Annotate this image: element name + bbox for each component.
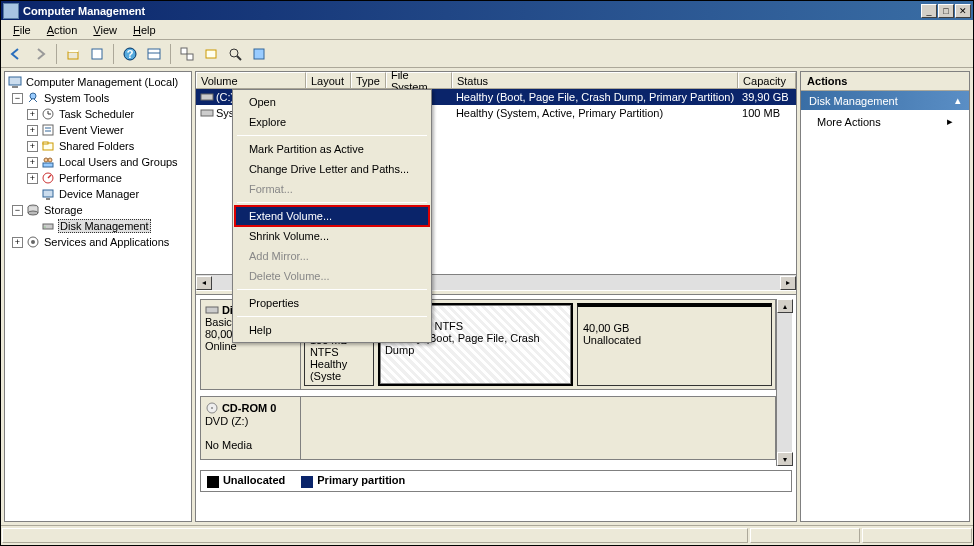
- toolbar-icon-2[interactable]: [176, 43, 198, 65]
- cdrom-0[interactable]: CD-ROM 0 DVD (Z:) No Media: [200, 396, 776, 460]
- tree-pane[interactable]: Computer Management (Local) − System Too…: [4, 71, 192, 522]
- col-type[interactable]: Type: [351, 72, 386, 88]
- properties-button[interactable]: [86, 43, 108, 65]
- ctx-properties[interactable]: Properties: [235, 293, 429, 313]
- ctx-mark-active[interactable]: Mark Partition as Active: [235, 139, 429, 159]
- tree-systools[interactable]: − System Tools: [7, 90, 189, 106]
- tree-label: System Tools: [43, 92, 110, 104]
- menu-action[interactable]: Action: [39, 22, 86, 38]
- tree-performance[interactable]: + Performance: [7, 170, 189, 186]
- menu-bar: File Action View Help: [1, 20, 973, 40]
- ctx-explore[interactable]: Explore: [235, 112, 429, 132]
- ctx-shrink-volume[interactable]: Shrink Volume...: [235, 226, 429, 246]
- tree-label: Services and Applications: [43, 236, 170, 248]
- svg-line-10: [237, 56, 241, 60]
- tree-sharedfolders[interactable]: + Shared Folders: [7, 138, 189, 154]
- svg-rect-40: [201, 110, 213, 116]
- tree-label: Event Viewer: [58, 124, 125, 136]
- svg-point-43: [211, 407, 213, 409]
- ctx-change-letter[interactable]: Change Drive Letter and Paths...: [235, 159, 429, 179]
- col-volume[interactable]: Volume: [196, 72, 306, 88]
- maximize-button[interactable]: □: [938, 4, 954, 18]
- svg-rect-1: [92, 49, 102, 59]
- forward-button[interactable]: [29, 43, 51, 65]
- svg-point-24: [48, 158, 52, 162]
- scroll-down-icon[interactable]: ▾: [777, 452, 793, 466]
- tree-storage[interactable]: − Storage: [7, 202, 189, 218]
- menu-view[interactable]: View: [85, 22, 125, 38]
- svg-rect-35: [43, 224, 53, 229]
- clock-icon: [40, 106, 56, 122]
- separator: [237, 316, 427, 317]
- ctx-help[interactable]: Help: [235, 320, 429, 340]
- col-layout[interactable]: Layout: [306, 72, 351, 88]
- tree-label: Task Scheduler: [58, 108, 135, 120]
- svg-point-32: [28, 211, 38, 215]
- ctx-extend-volume[interactable]: Extend Volume...: [235, 206, 429, 226]
- scroll-right-icon[interactable]: ▸: [780, 276, 796, 290]
- tree-label: Performance: [58, 172, 123, 184]
- ctx-open[interactable]: Open: [235, 92, 429, 112]
- expander-icon[interactable]: +: [27, 157, 38, 168]
- svg-rect-25: [43, 163, 53, 167]
- event-icon: [40, 122, 56, 138]
- expander-icon[interactable]: +: [27, 125, 38, 136]
- expander-icon[interactable]: −: [12, 93, 23, 104]
- expander-icon[interactable]: −: [12, 205, 23, 216]
- menu-file[interactable]: File: [5, 22, 39, 38]
- menu-help[interactable]: Help: [125, 22, 164, 38]
- tree-services[interactable]: + Services and Applications: [7, 234, 189, 250]
- col-status[interactable]: Status: [452, 72, 738, 88]
- volume-list[interactable]: Volume Layout Type File System Status Ca…: [196, 72, 796, 290]
- minimize-button[interactable]: _: [921, 4, 937, 18]
- svg-rect-13: [12, 86, 18, 88]
- ctx-delete-volume: Delete Volume...: [235, 266, 429, 286]
- tree-devicemgr[interactable]: Device Manager: [7, 186, 189, 202]
- disk-info: CD-ROM 0 DVD (Z:) No Media: [201, 397, 301, 459]
- expander-icon[interactable]: +: [27, 141, 38, 152]
- svg-rect-7: [187, 54, 193, 60]
- partition-unallocated[interactable]: 40,00 GB Unallocated: [577, 303, 772, 386]
- tree-eventviewer[interactable]: + Event Viewer: [7, 122, 189, 138]
- close-button[interactable]: ✕: [955, 4, 971, 18]
- up-button[interactable]: [62, 43, 84, 65]
- computer-icon: [7, 74, 23, 90]
- tree-label: Computer Management (Local): [25, 76, 179, 88]
- vertical-scrollbar[interactable]: ▴ ▾: [776, 299, 792, 466]
- expander-icon[interactable]: +: [12, 237, 23, 248]
- col-capacity[interactable]: Capacity: [738, 72, 796, 88]
- col-filesystem[interactable]: File System: [386, 72, 452, 88]
- tools-icon: [25, 90, 41, 106]
- expander-icon[interactable]: +: [27, 173, 38, 184]
- tree-root[interactable]: Computer Management (Local): [7, 74, 189, 90]
- users-icon: [40, 154, 56, 170]
- toolbar-icon-1[interactable]: [143, 43, 165, 65]
- separator: [237, 202, 427, 203]
- expander-icon[interactable]: +: [27, 109, 38, 120]
- tree-localusers[interactable]: + Local Users and Groups: [7, 154, 189, 170]
- back-button[interactable]: [5, 43, 27, 65]
- main-area: Computer Management (Local) − System Too…: [1, 68, 973, 525]
- help-button[interactable]: ?: [119, 43, 141, 65]
- scroll-left-icon[interactable]: ◂: [196, 276, 212, 290]
- device-icon: [40, 186, 56, 202]
- toolbar-icon-5[interactable]: [248, 43, 270, 65]
- tree-taskscheduler[interactable]: + Task Scheduler: [7, 106, 189, 122]
- svg-rect-28: [43, 190, 53, 197]
- svg-rect-8: [206, 50, 216, 58]
- scroll-up-icon[interactable]: ▴: [777, 299, 793, 313]
- toolbar-icon-3[interactable]: [200, 43, 222, 65]
- separator: [237, 135, 427, 136]
- actions-band[interactable]: Disk Management ▴: [801, 91, 969, 110]
- context-menu: Open Explore Mark Partition as Active Ch…: [232, 89, 432, 343]
- svg-point-23: [44, 158, 48, 162]
- separator: [237, 289, 427, 290]
- toolbar-icon-4[interactable]: [224, 43, 246, 65]
- svg-point-36: [45, 227, 46, 228]
- svg-text:?: ?: [127, 48, 134, 60]
- tree-diskmgmt[interactable]: Disk Management: [7, 218, 189, 234]
- performance-icon: [40, 170, 56, 186]
- center-pane: Volume Layout Type File System Status Ca…: [195, 71, 797, 522]
- actions-more[interactable]: More Actions ▸: [801, 110, 969, 133]
- svg-rect-29: [46, 198, 50, 200]
